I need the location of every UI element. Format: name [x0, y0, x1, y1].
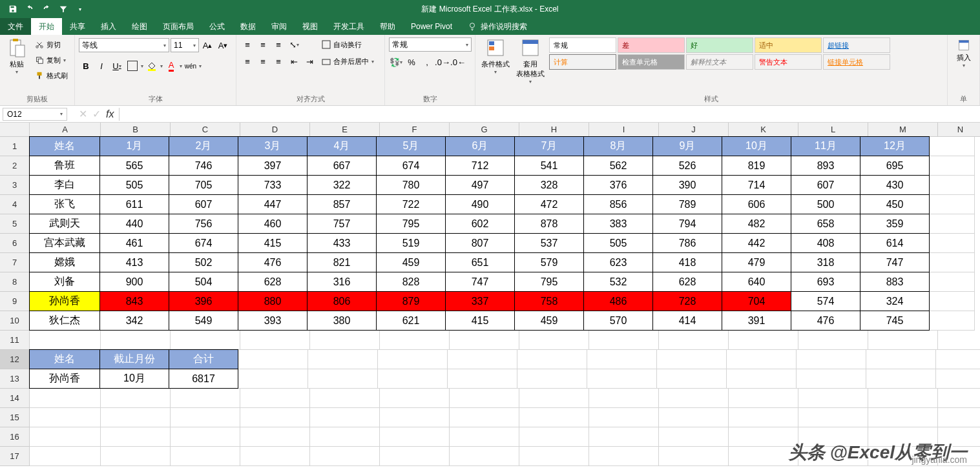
style-linkcell[interactable]: 链接单元格	[823, 54, 890, 70]
menu-data[interactable]: 数据	[233, 18, 264, 35]
cell[interactable]	[797, 350, 866, 369]
spreadsheet-grid[interactable]: ABCDEFGHIJKLMN 1234567891011121314151617…	[0, 123, 980, 470]
col-header-I[interactable]: I	[589, 123, 659, 136]
cell[interactable]	[657, 369, 727, 389]
cell[interactable]: 621	[376, 311, 446, 331]
cell[interactable]	[448, 369, 517, 389]
cell[interactable]: 794	[652, 214, 722, 234]
cell[interactable]	[30, 408, 101, 427]
cell[interactable]	[30, 427, 101, 447]
cell[interactable]	[589, 331, 659, 350]
cell[interactable]: 843	[99, 291, 169, 311]
col-header-H[interactable]: H	[519, 123, 589, 136]
cell[interactable]	[308, 350, 378, 369]
cell[interactable]: 640	[722, 272, 791, 292]
cell[interactable]	[310, 427, 380, 447]
cell[interactable]	[450, 389, 519, 408]
cell[interactable]: 819	[722, 156, 791, 176]
fill-color-button[interactable]	[145, 59, 159, 73]
undo-button[interactable]	[22, 2, 37, 16]
cell[interactable]: 397	[238, 156, 308, 176]
cell[interactable]	[310, 331, 380, 350]
cell[interactable]: 450	[860, 194, 930, 214]
cell[interactable]	[659, 447, 729, 466]
cell[interactable]: 11月	[791, 136, 860, 156]
cell[interactable]	[30, 331, 101, 350]
cell[interactable]	[380, 331, 450, 350]
cell[interactable]: 4月	[307, 136, 377, 156]
enter-formula-icon[interactable]: ✓	[92, 108, 101, 120]
cell[interactable]: 380	[307, 311, 377, 331]
cell[interactable]: 505	[583, 233, 653, 253]
cell[interactable]	[589, 427, 659, 447]
tell-me-search[interactable]: 操作说明搜索	[460, 21, 535, 32]
row-header-5[interactable]: 5	[0, 214, 29, 234]
cell[interactable]	[240, 408, 310, 427]
cells-area[interactable]: 姓名1月2月3月4月5月6月7月8月9月10月11月12月鲁班565746397…	[30, 137, 980, 466]
table-format-button[interactable]: 套用 表格格式▾	[514, 37, 547, 85]
wrap-text-button[interactable]: 自动换行	[319, 37, 377, 52]
cell[interactable]: 704	[722, 291, 791, 311]
cell[interactable]: 414	[652, 311, 722, 331]
paste-button[interactable]: 粘贴 ▾	[4, 37, 30, 75]
cell[interactable]: 878	[514, 214, 584, 234]
cell[interactable]	[517, 350, 587, 369]
cell[interactable]	[517, 369, 587, 389]
row-header-16[interactable]: 16	[0, 427, 29, 447]
cell[interactable]	[589, 408, 659, 427]
cell[interactable]: 856	[583, 194, 653, 214]
cell[interactable]	[101, 331, 171, 350]
cell[interactable]: 500	[791, 194, 860, 214]
cell[interactable]	[171, 389, 240, 408]
comma-button[interactable]: ,	[420, 55, 434, 69]
cell[interactable]: 狄仁杰	[29, 311, 100, 331]
cell[interactable]: 733	[238, 175, 308, 195]
cell[interactable]	[310, 408, 380, 427]
row-header-15[interactable]: 15	[0, 408, 29, 427]
menu-file[interactable]: 文件	[0, 18, 31, 35]
cell[interactable]: 674	[169, 233, 238, 253]
cell[interactable]: 900	[99, 272, 169, 292]
cell[interactable]	[310, 389, 380, 408]
row-header-14[interactable]: 14	[0, 389, 29, 408]
cell[interactable]: 857	[307, 194, 377, 214]
cell[interactable]: 442	[722, 233, 791, 253]
cell[interactable]	[798, 331, 868, 350]
cell[interactable]: 482	[722, 214, 791, 234]
menu-formulas[interactable]: 公式	[202, 18, 233, 35]
cell[interactable]: 447	[238, 194, 308, 214]
formula-input[interactable]	[120, 108, 980, 121]
merge-center-button[interactable]: 合并后居中▾	[319, 54, 377, 68]
col-header-J[interactable]: J	[659, 123, 729, 136]
font-size-select[interactable]: 11▾	[171, 38, 199, 52]
cell[interactable]	[729, 408, 798, 427]
cell[interactable]: 390	[652, 175, 722, 195]
style-neutral[interactable]: 适中	[755, 37, 822, 53]
conditional-format-button[interactable]: 条件格式▾	[479, 37, 512, 75]
cell[interactable]	[519, 447, 589, 466]
underline-button[interactable]: U▾	[110, 59, 124, 73]
cell[interactable]: 8月	[583, 136, 653, 156]
cell[interactable]: 602	[445, 214, 515, 234]
cell[interactable]: 李白	[29, 175, 100, 195]
cell[interactable]: 9月	[652, 136, 722, 156]
cell[interactable]	[378, 369, 448, 389]
cell[interactable]	[868, 389, 938, 408]
currency-button[interactable]: 💱▾	[389, 55, 403, 69]
cell[interactable]	[101, 447, 171, 466]
cell[interactable]: 324	[860, 291, 930, 311]
cell[interactable]	[589, 447, 659, 466]
cell[interactable]: 12月	[860, 136, 930, 156]
qat-more-icon[interactable]: ▾	[72, 2, 88, 16]
cell[interactable]	[171, 447, 240, 466]
cell[interactable]	[240, 447, 310, 466]
cell[interactable]: 440	[99, 214, 169, 234]
cell[interactable]: 316	[307, 272, 377, 292]
cell[interactable]	[727, 350, 797, 369]
menu-powerpivot[interactable]: Power Pivot	[403, 18, 460, 35]
cell[interactable]	[866, 369, 936, 389]
cell[interactable]	[868, 408, 938, 427]
style-normal[interactable]: 常规	[549, 37, 616, 53]
cell[interactable]: 3月	[238, 136, 308, 156]
cell[interactable]: 461	[99, 233, 169, 253]
